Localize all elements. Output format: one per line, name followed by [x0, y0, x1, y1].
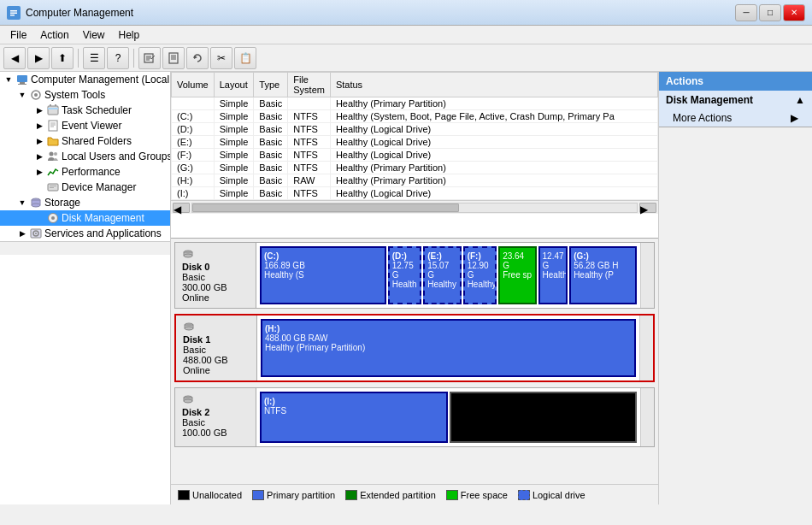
- partition-size: 56.28 GB H: [574, 261, 633, 270]
- close-button[interactable]: ✕: [783, 4, 805, 21]
- disk-row-disk1: Disk 1Basic488.00 GBOnline(H:) 488.00 GB…: [174, 314, 655, 382]
- expand-root[interactable]: ▼: [2, 73, 15, 86]
- hscroll-left[interactable]: ◀: [173, 203, 190, 213]
- sidebar-item-root[interactable]: ▼ Computer Management (Local: [0, 72, 170, 87]
- partition-disk0-1[interactable]: (D:) 12.75 G Health: [388, 246, 422, 304]
- menu-view[interactable]: View: [76, 27, 112, 43]
- expand-local-users[interactable]: ▶: [32, 150, 46, 163]
- svg-rect-19: [48, 108, 58, 109]
- legend-label-extended: Extended partition: [360, 490, 436, 500]
- partition-disk1-0[interactable]: (H:) 488.00 GB RAW Healthy (Primary Part…: [261, 319, 636, 377]
- expand-services-apps[interactable]: ▶: [15, 227, 29, 240]
- table-row[interactable]: (G:) Simple Basic NTFS Healthy (Primary …: [172, 162, 658, 174]
- hscroll-track[interactable]: [191, 203, 638, 213]
- sidebar-item-storage[interactable]: ▼ Storage: [0, 195, 170, 210]
- cell-filesystem: NTFS: [288, 187, 331, 200]
- sidebar-item-device-manager[interactable]: Device Manager: [0, 180, 170, 195]
- expand-performance[interactable]: ▶: [32, 165, 46, 179]
- expand-shared-folders[interactable]: ▶: [32, 134, 46, 148]
- col-status[interactable]: Status: [330, 73, 657, 97]
- col-filesystem[interactable]: File System: [288, 73, 331, 97]
- sidebar-item-system-tools[interactable]: ▼ System Tools: [0, 87, 170, 103]
- toolbar-back[interactable]: ◀: [3, 47, 26, 69]
- partition-disk0-5[interactable]: 12.47 G Healthy: [538, 246, 568, 304]
- system-tools-icon: [29, 88, 43, 102]
- expand-system-tools[interactable]: ▼: [15, 88, 29, 102]
- right-panel: Actions Disk Management ▲ More Actions ▶: [658, 72, 812, 504]
- hscroll-thumb[interactable]: [192, 204, 459, 212]
- root-label: Computer Management (Local: [31, 74, 169, 86]
- actions-header: Actions: [659, 72, 812, 91]
- menu-help[interactable]: Help: [112, 27, 147, 43]
- title-bar-left: Computer Management: [7, 6, 133, 20]
- vscroll-disk0[interactable]: [640, 243, 654, 308]
- sidebar-scrollbar[interactable]: [0, 241, 170, 255]
- expand-task-scheduler[interactable]: ▶: [32, 103, 46, 117]
- toolbar-show-hide[interactable]: ☰: [83, 47, 105, 69]
- menu-file[interactable]: File: [3, 27, 33, 43]
- sidebar-item-disk-management[interactable]: Disk Management: [0, 210, 170, 226]
- hscroll-right[interactable]: ▶: [639, 203, 656, 213]
- partition-disk0-0[interactable]: (C:) 166.89 GB Healthy (S: [260, 246, 386, 304]
- sidebar-item-local-users[interactable]: ▶ Local Users and Groups: [0, 149, 170, 164]
- toolbar-cut[interactable]: ✂: [210, 47, 232, 69]
- table-row[interactable]: (I:) Simple Basic NTFS Healthy (Logical …: [172, 187, 658, 200]
- toolbar-help[interactable]: ?: [107, 47, 129, 69]
- disk-row-disk2: Disk 2Basic100.00 GB(I:) NTFS: [174, 387, 655, 447]
- minimize-button[interactable]: ─: [735, 4, 757, 21]
- toolbar-forward[interactable]: ▶: [27, 47, 50, 69]
- vscroll-disk2[interactable]: [640, 388, 654, 446]
- vscroll-disk1[interactable]: [639, 316, 653, 380]
- computer-icon: [15, 73, 29, 86]
- col-type[interactable]: Type: [254, 73, 288, 97]
- partition-disk0-4[interactable]: 23.64 G Free sp: [498, 246, 536, 304]
- sidebar-item-shared-folders[interactable]: ▶ Shared Folders: [0, 133, 170, 149]
- partition-disk0-3[interactable]: (F:) 12.90 G Healthy: [463, 246, 497, 304]
- table-row[interactable]: (E:) Simple Basic NTFS Healthy (Logical …: [172, 136, 658, 149]
- svg-rect-13: [17, 75, 27, 82]
- cell-filesystem: NTFS: [288, 136, 331, 149]
- partition-disk0-2[interactable]: (E:) 15.07 G Healthy: [423, 246, 461, 304]
- disk-type: Basic: [182, 272, 249, 282]
- toolbar-properties[interactable]: [162, 47, 185, 69]
- toolbar-sep2: [133, 49, 134, 68]
- table-row[interactable]: (H:) Simple Basic RAW Healthy (Primary P…: [172, 174, 658, 187]
- sidebar-item-task-scheduler[interactable]: ▶ Task Scheduler: [0, 103, 170, 118]
- toolbar-export[interactable]: [138, 47, 161, 69]
- shared-folders-icon: [46, 134, 60, 148]
- actions-disk-management-section: Disk Management ▲ More Actions ▶: [659, 91, 812, 127]
- menu-action[interactable]: Action: [33, 27, 75, 43]
- table-row[interactable]: (C:) Simple Basic NTFS Healthy (System, …: [172, 110, 658, 123]
- partition-type: Healthy (P: [574, 270, 633, 280]
- cell-type: Basic: [254, 136, 288, 149]
- action-more-actions[interactable]: More Actions ▶: [659, 109, 812, 127]
- partition-disk2-0[interactable]: (I:) NTFS: [260, 392, 448, 443]
- sidebar-item-event-viewer[interactable]: ▶ Event Viewer: [0, 118, 170, 133]
- table-row[interactable]: Simple Basic Healthy (Primary Partition): [172, 97, 658, 110]
- partition-disk2-1[interactable]: [450, 392, 638, 443]
- table-row[interactable]: (D:) Simple Basic NTFS Healthy (Logical …: [172, 123, 658, 136]
- disk-visual[interactable]: Disk 0Basic300.00 GBOnline(C:) 166.89 GB…: [171, 239, 658, 484]
- partition-label: (G:): [574, 251, 633, 261]
- maximize-button[interactable]: □: [759, 4, 781, 21]
- cell-filesystem: RAW: [288, 174, 331, 187]
- disk-table[interactable]: Volume Layout Type File System Status Si…: [171, 72, 658, 239]
- sidebar-item-services-apps[interactable]: ▶ Services and Applications: [0, 226, 170, 241]
- toolbar-refresh[interactable]: [186, 47, 209, 69]
- cell-volume: [172, 97, 215, 110]
- col-volume[interactable]: Volume: [172, 73, 215, 97]
- col-layout[interactable]: Layout: [214, 73, 254, 97]
- cell-status: Healthy (Primary Partition): [330, 97, 657, 110]
- actions-disk-management-header[interactable]: Disk Management ▲: [659, 91, 812, 109]
- cell-status: Healthy (Logical Drive): [330, 136, 657, 149]
- partition-disk0-6[interactable]: (G:) 56.28 GB H Healthy (P: [569, 246, 637, 304]
- sidebar-item-performance[interactable]: ▶ Performance: [0, 164, 170, 180]
- expand-event-viewer[interactable]: ▶: [32, 119, 46, 133]
- toolbar-paste[interactable]: 📋: [234, 47, 256, 69]
- legend-label-free: Free space: [461, 490, 508, 500]
- cell-volume: (G:): [172, 162, 215, 174]
- partition-type: Healthy (Primary Partition): [265, 343, 632, 352]
- expand-storage[interactable]: ▼: [15, 196, 29, 209]
- toolbar-up[interactable]: ⬆: [51, 47, 74, 69]
- table-row[interactable]: (F:) Simple Basic NTFS Healthy (Logical …: [172, 149, 658, 162]
